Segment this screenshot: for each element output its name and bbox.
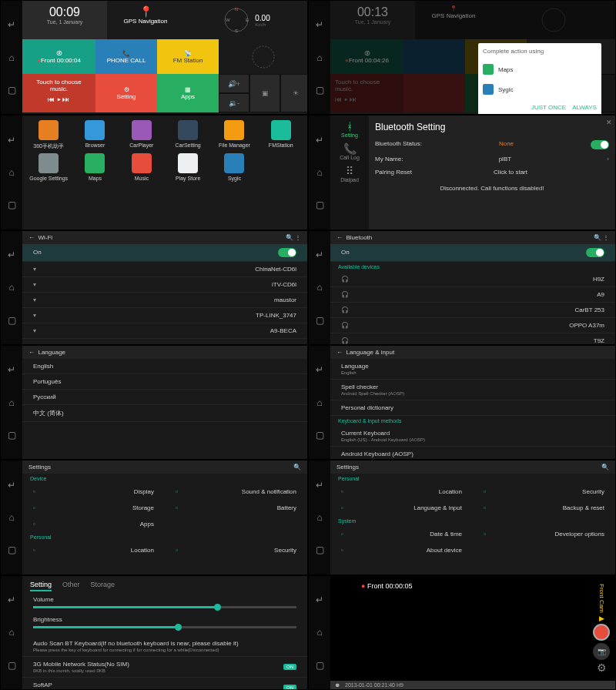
fm-tile[interactable]: 📡FM Station (157, 39, 219, 74)
recents-icon[interactable]: ▢ (8, 660, 16, 671)
settings-item[interactable]: ▫ Security (473, 484, 615, 500)
li-item[interactable]: Spell checkerAndroid Spell Checker (AOSP… (330, 380, 615, 400)
li-item[interactable]: Personal dictionary (330, 400, 615, 416)
settings-item[interactable]: ▫ Location (330, 484, 473, 500)
app-360手机助手[interactable]: 360手机助手 (27, 120, 70, 150)
recents-icon[interactable]: ▢ (8, 544, 16, 555)
back-icon[interactable]: ↵ (8, 250, 15, 260)
close-icon[interactable]: ✕ (606, 119, 612, 126)
compass-widget[interactable]: NSWE 0.00Km/h (184, 1, 307, 39)
play-icon[interactable]: ▶ (599, 615, 604, 622)
li-item[interactable]: Android Keyboard (AOSP) (330, 447, 615, 460)
tab-storage[interactable]: Storage (91, 581, 116, 591)
app-Music[interactable]: Music (120, 153, 163, 181)
bt-keyboard-row[interactable]: Audo Scan BT Keyboard(If no bluetooth ke… (22, 636, 307, 657)
recents-icon[interactable]: ▢ (316, 85, 324, 95)
home-icon[interactable]: ⌂ (8, 512, 14, 523)
back-icon[interactable]: ↵ (8, 480, 15, 491)
wifi-item[interactable]: ▾ ChinaNet-CD6l (22, 262, 307, 277)
bt-list-toggle[interactable] (586, 248, 604, 257)
recents-icon[interactable]: ▢ (8, 315, 16, 326)
back-icon[interactable]: ↵ (8, 19, 15, 30)
apps-tile[interactable]: ▦Apps (157, 74, 219, 112)
mobile-network-row[interactable]: 3G Mobile Network Status(No SIM)0KB in t… (22, 657, 307, 678)
home-icon[interactable]: ⌂ (8, 167, 14, 178)
back-icon[interactable]: ↵ (8, 595, 15, 605)
language-item[interactable]: English (22, 359, 307, 374)
wifi-toggle[interactable] (278, 248, 296, 257)
recents-icon[interactable]: ▢ (8, 199, 16, 210)
home-icon[interactable]: ⌂ (316, 52, 322, 63)
gear-icon[interactable]: ⚙ (597, 662, 607, 674)
settings-item[interactable]: ▫ Battery (165, 500, 307, 516)
search-icon[interactable]: 🔍 (601, 464, 609, 471)
wifi-item[interactable]: ▾ maustor (22, 293, 307, 308)
back-icon[interactable]: ↵ (316, 595, 323, 605)
bt-device[interactable]: 🎧 OPPO A37m (330, 318, 615, 333)
home-icon[interactable]: ⌂ (316, 167, 322, 178)
back-icon[interactable]: ↵ (316, 250, 323, 260)
camera-tile[interactable]: ⦿●Front 00:00:04 (22, 39, 95, 74)
back-icon[interactable]: ↵ (316, 480, 323, 491)
back-icon[interactable]: ↵ (316, 19, 323, 30)
always-button[interactable]: ALWAYS (572, 104, 597, 111)
recents-icon[interactable]: ▢ (8, 430, 16, 440)
li-item[interactable]: Current KeyboardEnglish (US) - Android K… (330, 426, 615, 447)
app-Google Settings[interactable]: Google Settings (27, 153, 70, 181)
settings-item[interactable]: ▫ Language & input (330, 500, 473, 516)
settings-item[interactable]: ▫ Date & time (330, 526, 473, 542)
language-item[interactable]: Português (22, 374, 307, 390)
app-Play Store[interactable]: Play Store (166, 153, 209, 181)
vol-up-icon[interactable]: 🔊+ (219, 74, 249, 93)
wifi-item[interactable]: ▾ iTV-CD6l (22, 277, 307, 293)
settings-item[interactable]: ▫ Display (22, 484, 165, 500)
back-icon[interactable]: ↵ (316, 364, 323, 375)
home-icon[interactable]: ⌂ (8, 52, 14, 63)
home-icon[interactable]: ⌂ (8, 627, 14, 638)
clock-widget[interactable]: 00:09 Tue, 1 January (22, 1, 107, 39)
app-Browser[interactable]: Browser (73, 120, 116, 150)
cam-switch[interactable]: Front Cam (598, 584, 605, 613)
brightness-icon[interactable]: ☀ (280, 74, 308, 112)
app-CarSetting[interactable]: CarSetting (166, 120, 209, 150)
settings-item[interactable]: ▫ Storage (22, 500, 165, 516)
recents-icon[interactable]: ▢ (8, 85, 16, 95)
gps-widget[interactable]: 📍 GPS Navigation (107, 1, 184, 39)
bt-device[interactable]: 🎧 H9Z (330, 272, 615, 287)
search-icon[interactable]: 🔍 ⋮ (286, 234, 301, 241)
folder-icon[interactable]: ▣ (249, 74, 280, 112)
record-button[interactable] (593, 624, 610, 641)
bt-tab-calllog[interactable]: 📞Call Log (340, 142, 360, 160)
just-once-button[interactable]: JUST ONCE (531, 104, 566, 111)
recents-icon[interactable]: ▢ (316, 544, 324, 555)
bt-device[interactable]: 🎧 CarBT 253 (330, 303, 615, 318)
settings-item[interactable]: ▫ Developer options (473, 526, 615, 542)
phone-tile[interactable]: 📞PHONE CALL (95, 39, 157, 74)
settings-item[interactable]: ▫ Apps (22, 516, 165, 532)
li-item[interactable]: LanguageEnglish (330, 359, 615, 380)
search-icon[interactable]: 🔍 ⋮ (594, 234, 609, 241)
app-CarPlayer[interactable]: CarPlayer (120, 120, 163, 150)
volume-slider[interactable] (33, 606, 296, 608)
home-icon[interactable]: ⌂ (316, 397, 322, 408)
vol-down-icon[interactable]: 🔉- (219, 93, 249, 112)
music-tile[interactable]: Touch to choose music.⏮ ▶ ⏭ (22, 74, 95, 112)
recents-icon[interactable]: ▢ (316, 315, 324, 326)
back-icon[interactable]: ↵ (8, 364, 15, 375)
settings-item[interactable]: ▫ Sound & notification (165, 484, 307, 500)
language-item[interactable]: Русский (22, 390, 307, 405)
softap-row[interactable]: SoftAPenabled, network name is plWiFi-EQ… (22, 678, 307, 690)
tab-setting[interactable]: Setting (30, 581, 52, 591)
app-Maps[interactable]: Maps (73, 153, 116, 181)
option-sygic[interactable]: Sygic (478, 79, 601, 99)
bt-name-row[interactable]: My Name:plBT› (375, 152, 609, 166)
home-icon[interactable]: ⌂ (8, 397, 14, 408)
bt-device[interactable]: 🎧 T9Z (330, 333, 615, 345)
recents-icon[interactable]: ▢ (316, 199, 324, 210)
back-icon[interactable]: ↵ (316, 135, 323, 146)
app-Sygic[interactable]: Sygic (213, 153, 256, 181)
camera-icon[interactable]: 📷 (593, 643, 610, 660)
settings-item[interactable]: ▫ Backup & reset (473, 500, 615, 516)
wifi-item[interactable]: ▾ TP-LINK_3747 (22, 308, 307, 323)
home-icon[interactable]: ⌂ (316, 282, 322, 293)
